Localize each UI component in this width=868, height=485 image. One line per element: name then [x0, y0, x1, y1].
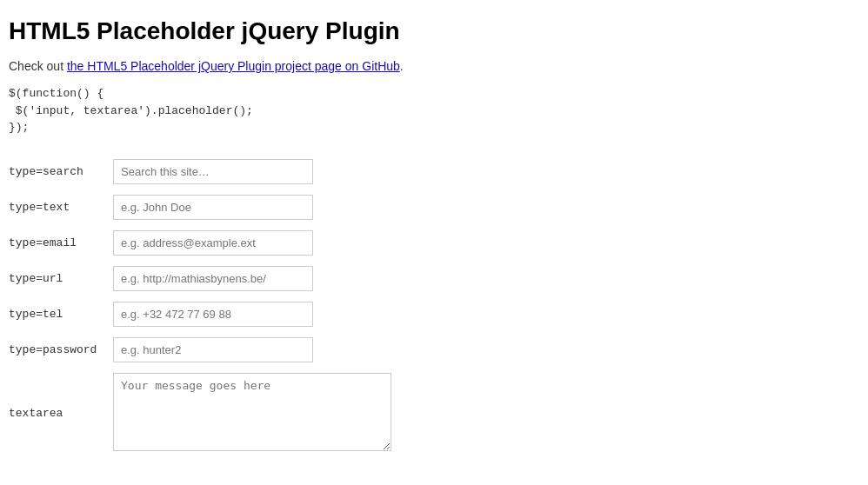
- field-input-text[interactable]: [113, 195, 313, 220]
- field-input-password[interactable]: [113, 337, 313, 362]
- field-input-tel[interactable]: [113, 302, 313, 327]
- field-input-url[interactable]: [113, 266, 313, 291]
- intro-text-after: .: [400, 59, 404, 73]
- field-label-2: type=email: [9, 225, 113, 261]
- field-input-email[interactable]: [113, 230, 313, 256]
- intro-paragraph: Check out the HTML5 Placeholder jQuery P…: [9, 59, 859, 73]
- field-input-search[interactable]: [113, 159, 313, 184]
- field-label-4: type=tel: [9, 296, 113, 332]
- field-cell-5: [113, 332, 400, 368]
- textarea-cell: [113, 368, 400, 459]
- textarea-label: textarea: [9, 368, 113, 459]
- textarea-row: textarea: [9, 368, 400, 459]
- field-row-5: type=password: [9, 332, 400, 368]
- demo-form: type=searchtype=texttype=emailtype=urlty…: [9, 154, 400, 459]
- field-label-0: type=search: [9, 154, 113, 189]
- github-link[interactable]: the HTML5 Placeholder jQuery Plugin proj…: [67, 59, 400, 73]
- field-label-1: type=text: [9, 189, 113, 225]
- code-block: $(function() { $('input, textarea').plac…: [9, 85, 859, 136]
- field-row-4: type=tel: [9, 296, 400, 332]
- intro-text-before: Check out: [9, 59, 67, 73]
- field-cell-0: [113, 154, 400, 189]
- field-row-2: type=email: [9, 225, 400, 261]
- field-label-5: type=password: [9, 332, 113, 368]
- field-cell-1: [113, 189, 400, 225]
- field-cell-3: [113, 261, 400, 296]
- field-row-0: type=search: [9, 154, 400, 189]
- field-row-3: type=url: [9, 261, 400, 296]
- field-cell-4: [113, 296, 400, 332]
- page-title: HTML5 Placeholder jQuery Plugin: [9, 17, 859, 45]
- field-label-3: type=url: [9, 261, 113, 296]
- field-cell-2: [113, 225, 400, 261]
- textarea-input[interactable]: [113, 373, 391, 451]
- field-row-1: type=text: [9, 189, 400, 225]
